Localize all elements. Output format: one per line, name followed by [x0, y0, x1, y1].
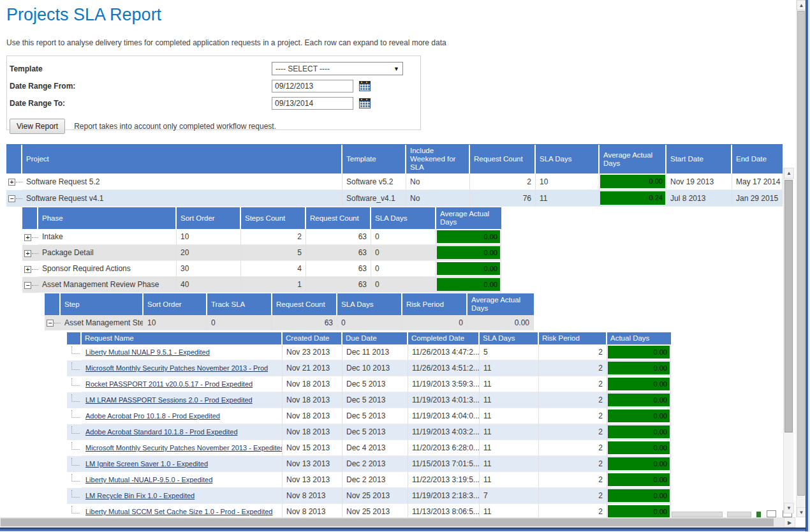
- sort-order-cell: 10: [144, 315, 207, 330]
- request-link[interactable]: Rocket PASSPORT 2011 v20.0.5.17 - Prod E…: [85, 380, 253, 388]
- request-link[interactable]: Microsoft Monthly Security Patches Novem…: [85, 364, 268, 372]
- actual-days-bar: 0.00: [608, 410, 670, 422]
- request-name-cell: LM LRAM PASSPORT Sessions 2.0 - Prod Exp…: [82, 392, 283, 408]
- expand-toggle-icon[interactable]: +: [24, 250, 31, 257]
- expand-toggle-icon[interactable]: −: [8, 195, 15, 202]
- grid-scrollbar-thumb[interactable]: [784, 180, 793, 432]
- calendar-icon[interactable]: [359, 98, 371, 108]
- horizontal-scrollbar-thumb[interactable]: [1, 518, 774, 526]
- chevron-down-icon: ▼: [394, 66, 399, 72]
- avg-actual-days-cell: 0.00: [436, 277, 501, 293]
- page-scrollbar-thumb[interactable]: [797, 11, 805, 496]
- date-to-label: Date Range To:: [10, 99, 272, 108]
- tree-connector-icon: [71, 506, 80, 514]
- phases-table-body: + Intake 10 2 63 0 0.00 + Package Detail…: [22, 229, 501, 293]
- expand-toggle-icon[interactable]: +: [8, 179, 15, 186]
- request-row: Microsoft Monthly Security Patches Novem…: [67, 440, 671, 456]
- risk-period-cell: 2: [539, 456, 607, 472]
- request-name-cell: Liberty Mutual NUALP 9.5.1 - Expedited: [82, 344, 283, 360]
- request-link[interactable]: LM LRAM PASSPORT Sessions 2.0 - Prod Exp…: [85, 396, 253, 404]
- view-report-button[interactable]: View Report: [10, 119, 65, 134]
- template-select[interactable]: ---- SELECT ---- ▼: [272, 62, 403, 75]
- request-link[interactable]: Microsoft Monthly Security Patches Novem…: [85, 444, 283, 452]
- due-date-cell: Dec 11 2013: [342, 344, 408, 360]
- page-vertical-scrollbar[interactable]: ▲ ▼: [796, 0, 806, 517]
- steps-count-cell: 4: [241, 261, 306, 277]
- filter-panel: Template ---- SELECT ---- ▼ Date Range F…: [6, 55, 421, 130]
- sla-days-cell: 11: [480, 376, 539, 392]
- expand-toggle-icon[interactable]: −: [47, 320, 54, 327]
- actual-days-bar: 0.00: [608, 378, 670, 390]
- phase-name-cell: Sponsor Required Actions: [38, 261, 177, 277]
- expander-column-header: [67, 332, 82, 344]
- col-header-track-sla: Track SLA: [207, 293, 272, 315]
- sla-days-cell: 11: [480, 472, 539, 488]
- created-date-cell: Nov 18 2013: [283, 392, 342, 408]
- scroll-up-icon[interactable]: ▲: [784, 168, 794, 179]
- scroll-down-icon[interactable]: ▼: [797, 507, 806, 517]
- date-from-label: Date Range From:: [10, 82, 272, 91]
- request-name-cell: Microsoft Monthly Security Patches Novem…: [82, 440, 283, 456]
- scroll-up-icon[interactable]: ▲: [797, 0, 806, 10]
- date-from-input[interactable]: [272, 80, 353, 92]
- col-header-sla-days: SLA Days: [371, 207, 436, 229]
- sla-days-cell: 11: [536, 190, 600, 207]
- expand-toggle-icon[interactable]: +: [24, 266, 31, 273]
- col-header-completed-date: Completed Date: [408, 332, 480, 344]
- avg-actual-days-cell: 0.00: [436, 229, 501, 245]
- phases-table: Phase Sort Order Steps Count Request Cou…: [22, 207, 501, 293]
- requests-table: Request Name Created Date Due Date Compl…: [67, 332, 671, 517]
- request-link[interactable]: LM Ignite Screen Saver 1.0 - Expedited: [85, 460, 208, 468]
- expand-toggle-icon[interactable]: +: [24, 234, 31, 241]
- request-row: Adobe Acrobat Standard 10.1.8 - Prod Exp…: [67, 424, 671, 440]
- completed-date-cell: 11/26/2013 4:47:2...: [408, 344, 480, 360]
- start-date-cell: Jul 8 2013: [666, 190, 732, 207]
- completed-date-cell: 11/13/2013 8:06:5...: [408, 504, 480, 517]
- request-count-cell: 2: [470, 174, 536, 190]
- due-date-cell: Dec 10 2013: [342, 360, 408, 376]
- col-header-avg-actual-days: Average Actual Days: [436, 207, 501, 229]
- date-to-input[interactable]: [272, 97, 353, 110]
- track-sla-cell: 0: [207, 315, 272, 330]
- phase-row: + Package Detail 20 5 63 0 0.00: [22, 245, 501, 261]
- grid-vertical-scrollbar[interactable]: ▲ ▼: [783, 168, 793, 514]
- risk-period-cell: 0: [402, 315, 468, 330]
- project-row: − Software Request v4.1 Software_v4.1 No…: [6, 190, 783, 207]
- scroll-right-icon[interactable]: ▶: [784, 517, 795, 528]
- actual-days-bar: 0.00: [608, 457, 670, 470]
- date-from-row: Date Range From:: [10, 77, 418, 94]
- request-link[interactable]: Liberty Mutual SCCM Set Cache Size 1.0 -…: [85, 508, 272, 515]
- end-date-cell: May 17 2014: [732, 174, 783, 190]
- sla-days-cell: 0: [337, 315, 402, 330]
- step-name-cell: Asset Management Step: [61, 315, 144, 330]
- actual-days-cell: 0.00: [607, 344, 671, 360]
- scroll-down-icon[interactable]: ▼: [784, 503, 794, 514]
- horizontal-scrollbar[interactable]: ▶: [0, 517, 795, 528]
- col-header-risk-period: Risk Period: [539, 332, 607, 344]
- projects-header-row: Project Template Include Weekened for SL…: [6, 145, 783, 174]
- request-link[interactable]: Adobe Acrobat Pro 10.1.8 - Prod Expedite…: [85, 412, 220, 420]
- tree-connector-icon: [71, 490, 80, 498]
- actual-days-bar: 0.00: [608, 394, 670, 406]
- start-date-cell: Nov 19 2013: [666, 174, 732, 190]
- due-date-cell: Dec 5 2013: [342, 392, 408, 408]
- calendar-icon[interactable]: [359, 81, 371, 91]
- expand-toggle-icon[interactable]: −: [24, 282, 31, 289]
- request-link[interactable]: LM Recycle Bin Fix 1.0 - Expedited: [85, 492, 195, 499]
- actions-row: View Report Report takes into account on…: [10, 117, 418, 135]
- request-link[interactable]: Liberty Mutual -NUALP-9.5.0 - Expedited: [85, 476, 212, 484]
- request-link[interactable]: Adobe Acrobat Standard 10.1.8 - Prod Exp…: [85, 428, 238, 436]
- request-row: LM LRAM PASSPORT Sessions 2.0 - Prod Exp…: [67, 392, 671, 408]
- request-link[interactable]: Liberty Mutual NUALP 9.5.1 - Expedited: [85, 348, 210, 356]
- col-header-actual-days: Actual Days: [607, 332, 671, 344]
- include-weekend-cell: No: [406, 174, 470, 190]
- request-count-cell: 63: [306, 277, 371, 293]
- steps-count-cell: 2: [241, 229, 306, 245]
- phase-row: + Sponsor Required Actions 30 4 63 0 0.0…: [22, 261, 501, 277]
- sla-days-cell: 11: [480, 504, 539, 517]
- risk-period-cell: 2: [539, 440, 607, 456]
- actual-days-cell: 0.00: [607, 392, 671, 408]
- sla-days-cell: 11: [480, 360, 539, 376]
- completed-date-cell: 11/19/2013 4:04:0...: [408, 408, 480, 424]
- col-header-sla-days: SLA Days: [536, 145, 600, 174]
